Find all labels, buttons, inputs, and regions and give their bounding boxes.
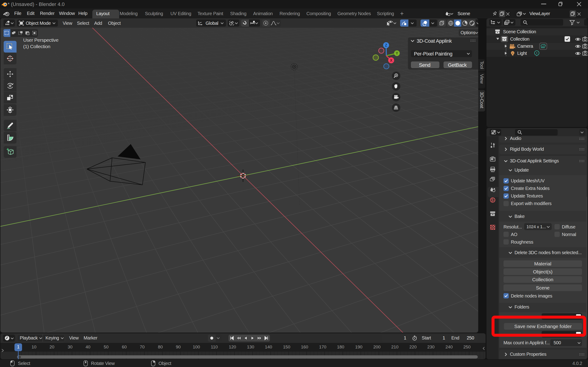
svg-text:230: 230 <box>427 344 435 349</box>
svg-text:60: 60 <box>122 344 127 349</box>
svg-text:130: 130 <box>247 344 254 349</box>
svg-text:210: 210 <box>391 344 398 349</box>
svg-text:X: X <box>390 58 393 62</box>
svg-text:190: 190 <box>355 344 363 349</box>
svg-text:Z: Z <box>385 43 387 47</box>
svg-text:120: 120 <box>229 344 236 349</box>
svg-text:70: 70 <box>140 344 145 349</box>
svg-text:100: 100 <box>193 344 200 349</box>
svg-text:200: 200 <box>373 344 380 349</box>
svg-text:50: 50 <box>104 344 108 349</box>
svg-text:180: 180 <box>337 344 344 349</box>
svg-text:Y: Y <box>396 51 398 55</box>
svg-text:220: 220 <box>409 344 417 349</box>
svg-text:20: 20 <box>49 344 54 349</box>
svg-text:240: 240 <box>445 344 453 349</box>
svg-text:90: 90 <box>176 344 181 349</box>
svg-text:140: 140 <box>265 344 272 349</box>
svg-text:10: 10 <box>32 344 36 349</box>
svg-text:110: 110 <box>211 344 218 349</box>
svg-text:250: 250 <box>463 344 471 349</box>
svg-text:30: 30 <box>68 344 72 349</box>
svg-text:80: 80 <box>158 344 163 349</box>
svg-text:170: 170 <box>319 344 326 349</box>
svg-text:150: 150 <box>283 344 290 349</box>
svg-text:40: 40 <box>86 344 90 349</box>
svg-text:160: 160 <box>301 344 308 349</box>
